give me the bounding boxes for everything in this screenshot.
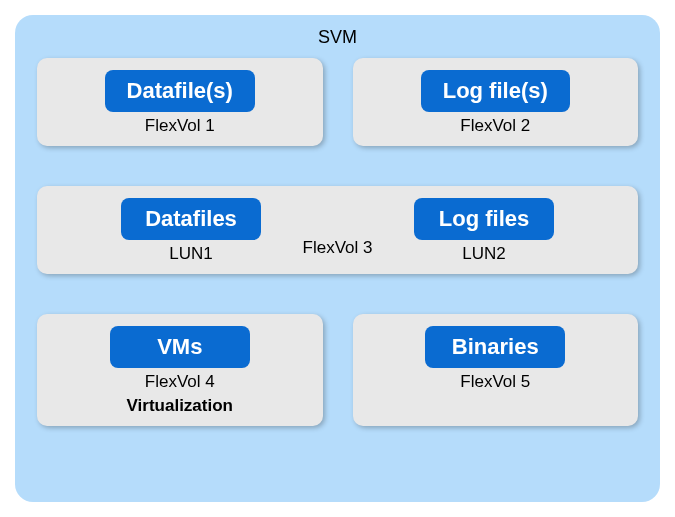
svm-title: SVM bbox=[37, 27, 638, 48]
col-datafiles-lun1: Datafiles LUN1 bbox=[121, 198, 261, 264]
sublabel-flexvol2: FlexVol 2 bbox=[460, 116, 530, 136]
sublabel-lun1: LUN1 bbox=[169, 244, 212, 264]
card-datafiles-flexvol1: Datafile(s) FlexVol 1 bbox=[37, 58, 323, 146]
label-logfiles: Log file(s) bbox=[421, 70, 570, 112]
sublabel-flexvol5: FlexVol 5 bbox=[460, 372, 530, 392]
sublabel-virtualization: Virtualization bbox=[127, 396, 233, 416]
card-flexvol3: Datafiles LUN1 Log files LUN2 FlexVol 3 bbox=[37, 186, 638, 274]
sublabel-lun2: LUN2 bbox=[462, 244, 505, 264]
card-logfiles-flexvol2: Log file(s) FlexVol 2 bbox=[353, 58, 639, 146]
card-vms-flexvol4: VMs FlexVol 4 Virtualization bbox=[37, 314, 323, 426]
sublabel-flexvol4: FlexVol 4 bbox=[145, 372, 215, 392]
flexvol3-inner: Datafiles LUN1 Log files LUN2 FlexVol 3 bbox=[51, 198, 624, 264]
row-3: VMs FlexVol 4 Virtualization Binaries Fl… bbox=[37, 314, 638, 426]
sublabel-flexvol1: FlexVol 1 bbox=[145, 116, 215, 136]
svm-container: SVM Datafile(s) FlexVol 1 Log file(s) Fl… bbox=[15, 15, 660, 502]
col-logfiles-lun2: Log files LUN2 bbox=[414, 198, 554, 264]
label-binaries: Binaries bbox=[425, 326, 565, 368]
sublabel-flexvol3: FlexVol 3 bbox=[303, 238, 373, 258]
label-logfiles-lun2: Log files bbox=[414, 198, 554, 240]
label-vms: VMs bbox=[110, 326, 250, 368]
card-binaries-flexvol5: Binaries FlexVol 5 bbox=[353, 314, 639, 426]
row-2: Datafiles LUN1 Log files LUN2 FlexVol 3 bbox=[37, 186, 638, 274]
label-datafiles-lun1: Datafiles bbox=[121, 198, 261, 240]
label-datafiles: Datafile(s) bbox=[105, 70, 255, 112]
row-1: Datafile(s) FlexVol 1 Log file(s) FlexVo… bbox=[37, 58, 638, 146]
